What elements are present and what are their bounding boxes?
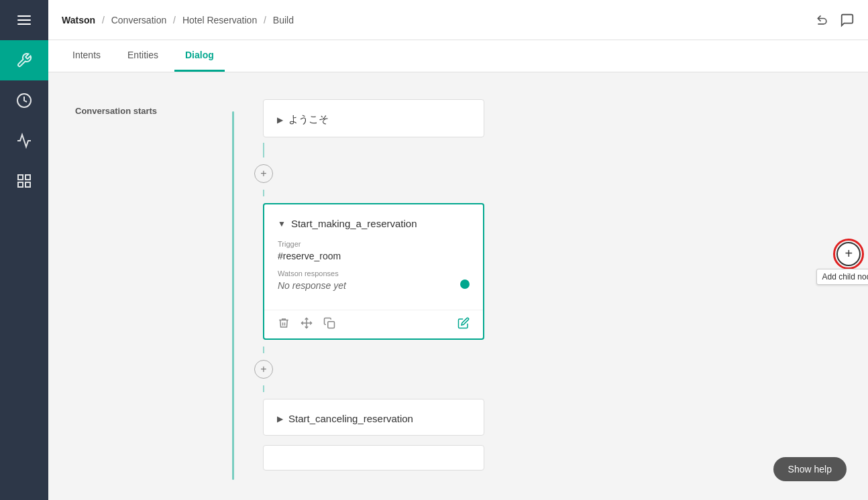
responses-label: Watson responses	[278, 269, 346, 277]
chat-button[interactable]	[840, 13, 855, 27]
node-3-chevron: ▶	[277, 414, 283, 424]
add-between-1	[263, 143, 841, 158]
sidebar-item-tools[interactable]	[0, 40, 48, 80]
vert-line-2	[263, 190, 264, 196]
svg-rect-0	[17, 15, 31, 17]
node-2-title: Start_making_a_reservation	[291, 218, 417, 229]
move-button[interactable]	[301, 317, 313, 329]
brand-name: Watson	[62, 15, 95, 25]
node-2-actions	[264, 310, 483, 338]
tab-intents[interactable]: Intents	[62, 40, 111, 72]
node-3-header: ▶ Start_canceling_reservation	[264, 399, 484, 435]
node-2-chevron: ▼	[278, 219, 286, 229]
svg-rect-10	[328, 322, 335, 328]
conversation-starts-label: Conversation starts	[75, 106, 157, 116]
header-actions	[816, 13, 855, 27]
vert-line-1	[263, 143, 264, 158]
svg-rect-1	[17, 19, 31, 21]
sidebar-item-metrics[interactable]	[0, 80, 48, 121]
breadcrumb-sep-1: /	[102, 15, 105, 25]
node-2-header: ▼ Start_making_a_reservation	[264, 204, 483, 240]
tab-entities[interactable]: Entities	[117, 40, 169, 72]
show-help-button[interactable]: Show help	[773, 457, 847, 481]
vert-line-3	[263, 347, 264, 353]
add-child-wrapper: + Add child node	[816, 242, 868, 285]
responses-row: Watson responses No response yet	[278, 269, 470, 299]
svg-rect-5	[25, 175, 30, 180]
breadcrumb-sep-3: /	[264, 15, 266, 25]
svg-rect-2	[17, 23, 31, 25]
add-child-node-button[interactable]: +	[836, 242, 861, 266]
node-card-3[interactable]: ▶ Start_canceling_reservation	[263, 399, 484, 436]
node-1-header: ▶ ようこそ	[264, 100, 484, 137]
breadcrumb-path3: Build	[273, 15, 294, 25]
main-area: Watson / Conversation / Hotel Reservatio…	[48, 0, 868, 500]
node-3-wrapper: ▶ Start_canceling_reservation	[263, 399, 841, 436]
copy-button[interactable]	[323, 317, 335, 329]
breadcrumb-path2: Hotel Reservation	[182, 15, 257, 25]
nodes-container: ▶ ようこそ +	[182, 99, 841, 471]
sidebar-item-analytics[interactable]	[0, 121, 48, 161]
content-area: Conversation starts ▶ ようこそ	[48, 72, 868, 500]
tabs-bar: Intents Entities Dialog	[48, 40, 868, 72]
edit-button[interactable]	[457, 317, 470, 329]
add-between-4	[263, 385, 841, 392]
responses-value: No response yet	[278, 280, 346, 291]
delete-button[interactable]	[278, 317, 290, 329]
add-between-button-1[interactable]: +	[254, 164, 273, 183]
add-between-btn-wrapper-1: +	[254, 164, 841, 183]
add-between-2	[263, 190, 841, 196]
node-1-chevron: ▶	[277, 115, 283, 125]
dialog-canvas: Conversation starts ▶ ようこそ	[48, 72, 868, 500]
breadcrumb: Watson / Conversation / Hotel Reservatio…	[62, 15, 294, 25]
svg-rect-4	[18, 175, 23, 180]
breadcrumb-path1: Conversation	[111, 15, 167, 25]
vert-line-4	[263, 385, 264, 392]
sidebar	[0, 0, 48, 500]
node-action-icons	[278, 317, 335, 329]
sidebar-item-data[interactable]	[0, 161, 48, 201]
add-between-btn-wrapper-2: +	[254, 360, 841, 379]
add-between-button-2[interactable]: +	[254, 360, 273, 379]
node-card-1[interactable]: ▶ ようこそ	[263, 99, 484, 137]
breadcrumb-sep-2: /	[173, 15, 176, 25]
node-4-wrapper	[263, 445, 841, 471]
node-card-2[interactable]: ▼ Start_making_a_reservation Trigger #re…	[263, 203, 484, 340]
trigger-value: #reserve_room	[278, 251, 470, 261]
tab-dialog[interactable]: Dialog	[174, 40, 225, 72]
node-card-4[interactable]	[263, 445, 484, 471]
node-1-title: ようこそ	[288, 113, 329, 126]
node-2-wrapper: ▼ Start_making_a_reservation Trigger #re…	[263, 203, 841, 340]
node-3-title: Start_canceling_reservation	[288, 413, 413, 424]
hamburger-menu[interactable]	[0, 0, 48, 40]
svg-rect-6	[25, 182, 30, 187]
add-child-tooltip: Add child node	[816, 269, 868, 285]
node-1-wrapper: ▶ ようこそ	[263, 99, 841, 137]
response-dot	[460, 279, 470, 289]
add-between-3	[263, 347, 841, 353]
header: Watson / Conversation / Hotel Reservatio…	[48, 0, 868, 40]
export-button[interactable]	[816, 13, 829, 27]
trigger-label: Trigger	[278, 240, 470, 248]
node-2-body: Trigger #reserve_room Watson responses N…	[264, 240, 483, 310]
svg-rect-7	[18, 182, 23, 187]
